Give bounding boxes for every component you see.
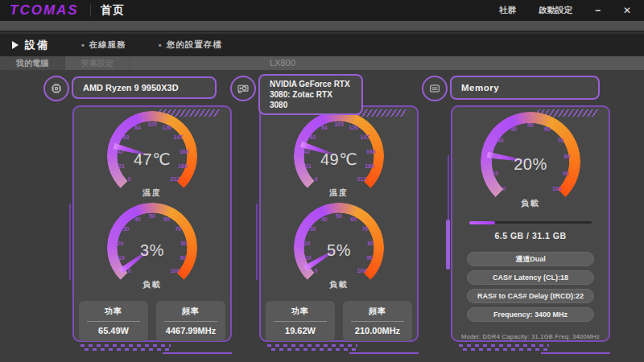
titlebar: TCOMAS 首页 社群 啟動設定 − ✕ xyxy=(0,0,644,21)
cpu-load-gauge: 3% 負載 0102030405060708090100 xyxy=(107,203,197,293)
minimize-button[interactable]: − xyxy=(595,6,601,15)
gauge-tick-label: 63 xyxy=(123,134,130,140)
memory-cas-latency-pill: CAS# Latency (CL):18 xyxy=(467,270,594,285)
stat-divider xyxy=(274,321,327,322)
gauge-tick-label: 60 xyxy=(544,126,551,132)
gauge-tick-label: 40 xyxy=(321,216,328,222)
cpu-frequency-value: 4467.99MHz xyxy=(156,326,225,335)
dash-decoration xyxy=(267,344,357,351)
cpu-chip-icon xyxy=(43,76,69,101)
stat-divider xyxy=(164,321,217,322)
step-line-decoration xyxy=(163,352,232,354)
nav-item-online-service[interactable]: 在線服務 xyxy=(81,39,126,51)
gauge-tick-label: 100 xyxy=(552,185,562,191)
gauge-tick-label: 0 xyxy=(128,268,131,274)
dash-decoration xyxy=(459,344,549,351)
gauge-tick-label: 50 xyxy=(527,122,534,128)
gauge-tick-label: 21 xyxy=(118,163,125,169)
gauge-tick-label: 105 xyxy=(334,121,344,127)
gauge-tick-label: 10 xyxy=(118,255,125,261)
gauge-tick-label: 0 xyxy=(503,185,506,191)
memory-ras-cas-delay-pill: RAS# to CAS# Delay (tRCD):22 xyxy=(467,289,594,303)
cpu-temp-label: 温度 xyxy=(107,187,197,199)
gpu-panel-header: NVIDIA GeForce RTX 3080: Zotac RTX 3080 xyxy=(230,74,417,115)
gauge-tick-label: 0 xyxy=(315,176,318,182)
panel-accent-line xyxy=(69,204,71,280)
memory-details: 通道Dual CAS# Latency (CL):18 RAS# to CAS#… xyxy=(467,252,594,322)
gauge-tick-label: 42 xyxy=(118,148,124,154)
gauge-tick-label: 80 xyxy=(564,153,571,158)
gauge-tick-label: 0 xyxy=(315,268,318,274)
nav-bar: 設備 在線服務 您的設置存檔 xyxy=(0,34,644,56)
gauge-tick-label: 20 xyxy=(491,153,497,158)
header-strip xyxy=(0,21,644,32)
tab-screen-settings[interactable]: 荧幕設定 xyxy=(65,56,130,70)
close-button[interactable]: ✕ xyxy=(623,6,631,15)
gauge-tick-label: 126 xyxy=(349,125,358,130)
gauge-tick-label: 90 xyxy=(563,171,569,176)
step-line-decoration xyxy=(349,352,419,354)
gpu-card-icon xyxy=(230,76,256,101)
cpu-load-label: 負載 xyxy=(107,279,197,290)
gauge-tick-label: 70 xyxy=(175,226,181,232)
gpu-temp-label: 温度 xyxy=(294,187,384,199)
gauge-tick-label: 84 xyxy=(321,125,328,130)
gauge-tick-label: 60 xyxy=(350,216,357,222)
memory-usage-text: 6.5 GB / 31.1 GB xyxy=(494,231,566,241)
gauge-tick-label: 50 xyxy=(149,213,155,219)
gauge-tick-label: 147 xyxy=(361,134,370,140)
panel-accent-bar xyxy=(446,220,450,269)
gpu-panel: NVIDIA GeForce RTX 3080: Zotac RTX 3080 … xyxy=(230,74,417,115)
app-logo: TCOMAS xyxy=(10,2,79,19)
gpu-power-stat: 功率 19.62W xyxy=(266,301,335,341)
gauge-tick-label: 189 xyxy=(178,163,188,169)
gauge-tick-label: 100 xyxy=(357,268,366,274)
gauge-tick-label: 20 xyxy=(118,240,124,245)
memory-frequency-pill: Frequency: 3400 MHz xyxy=(467,307,594,322)
memory-usage-bar-fill xyxy=(469,221,495,224)
titlebar-separator xyxy=(90,4,91,17)
gauge-tick-label: 168 xyxy=(180,148,189,154)
gauge-tick-label: 0 xyxy=(128,176,131,182)
cpu-stats-row: 功率 65.49W 頻率 4467.99MHz xyxy=(79,301,225,341)
gpu-load-label: 負載 xyxy=(294,279,384,290)
cpu-temp-gauge: 47℃ 温度 021426384105126147168189212 xyxy=(107,111,197,201)
gauge-tick-label: 30 xyxy=(310,226,316,232)
step-line-decoration xyxy=(541,352,610,354)
cpu-power-value: 65.49W xyxy=(79,326,148,335)
gauge-tick-label: 70 xyxy=(557,137,564,142)
gpu-panel-body: 49℃ 温度 021426384105126147168189212 5% 負載… xyxy=(259,105,419,342)
gauge-tick-label: 40 xyxy=(134,216,141,222)
cpu-title: AMD Ryzen 9 9950X3D xyxy=(72,76,217,99)
gauge-tick-label: 189 xyxy=(365,163,374,169)
gpu-title: NVIDIA GeForce RTX 3080: Zotac RTX 3080 xyxy=(258,74,363,115)
gauge-tick-label: 100 xyxy=(170,268,180,274)
cpu-power-label: 功率 xyxy=(79,306,148,317)
tab-device-model[interactable]: LX800 xyxy=(270,56,295,70)
tab-my-computer[interactable]: 我的電腦 xyxy=(0,56,65,70)
gauge-tick-label: 90 xyxy=(180,255,186,261)
nav-item-settings-archive[interactable]: 您的設置存檔 xyxy=(159,39,222,51)
gauge-tick-label: 10 xyxy=(492,171,498,176)
gauge-tick-label: 50 xyxy=(336,213,342,219)
gpu-stats-row: 功率 19.62W 頻率 210.00MHz xyxy=(266,301,412,341)
gauge-tick-label: 105 xyxy=(147,121,157,127)
launch-settings-button[interactable]: 啟動設定 xyxy=(539,5,572,16)
gauge-tick-label: 80 xyxy=(368,240,374,245)
gauge-tick-label: 30 xyxy=(497,137,504,142)
page-title: 首页 xyxy=(101,3,125,18)
gpu-temp-gauge: 49℃ 温度 021426384105126147168189212 xyxy=(294,111,384,201)
nav-item-device[interactable]: 設備 xyxy=(25,38,49,52)
community-button[interactable]: 社群 xyxy=(499,5,516,16)
gpu-frequency-stat: 頻率 210.00MHz xyxy=(343,301,412,341)
stat-divider xyxy=(351,321,404,322)
memory-panel-header: Memory xyxy=(422,74,609,101)
memory-panel: Memory 20% 負載 0102030405060708090100 6.5… xyxy=(422,74,609,101)
cpu-panel-body: 47℃ 温度 021426384105126147168189212 3% 負載… xyxy=(72,105,232,342)
gauge-tick-label: 90 xyxy=(366,255,373,261)
cpu-frequency-stat: 頻率 4467.99MHz xyxy=(156,301,225,341)
gauge-tick-label: 21 xyxy=(305,163,312,169)
panel-accent-line xyxy=(256,204,258,280)
gauge-tick-label: 20 xyxy=(304,240,311,245)
cpu-panel-header: AMD Ryzen 9 9950X3D xyxy=(43,74,230,101)
